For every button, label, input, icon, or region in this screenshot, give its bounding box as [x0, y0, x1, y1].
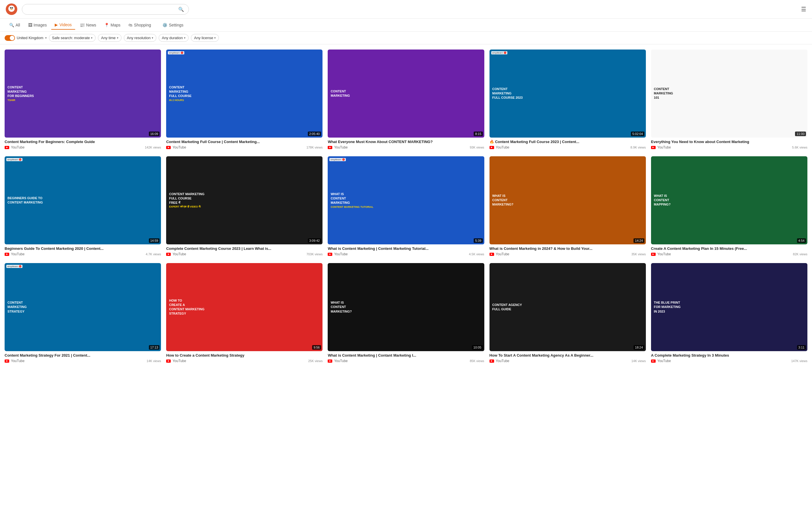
video-card[interactable]: CONTENTMARKETINGFOR BEGINNERS tshir 16:0… [5, 50, 161, 151]
video-source: YouTube [11, 252, 24, 256]
license-filter[interactable]: Any license ▾ [191, 34, 219, 42]
video-info: How To Start A Content Marketing Agency … [489, 351, 646, 365]
nav-videos-label: Videos [59, 22, 72, 27]
thumb-overlay: What isContentMapping? [651, 156, 807, 244]
svg-point-6 [12, 7, 13, 8]
video-title: How To Start A Content Marketing Agency … [489, 353, 646, 358]
toggle-switch-uk[interactable] [5, 35, 15, 41]
video-thumbnail: THE BLUE PRINTFOR MARKETINGIN 2023 3:11 [651, 263, 807, 351]
video-thumbnail: simplilearn 🔴 CONTENTMARKETINGFULL COURS… [166, 50, 323, 138]
video-meta: YouTube 85K views [328, 359, 484, 363]
region-toggle[interactable]: United Kingdom ▾ [5, 35, 47, 41]
video-source: YouTube [11, 145, 24, 149]
youtube-icon [5, 146, 9, 149]
video-card[interactable]: CONTENT AGENCYFULL GUIDE 18:24 How To St… [489, 263, 646, 365]
nav-all[interactable]: 🔍 All [6, 21, 24, 29]
video-info: Create A Content Marketing Plan In 15 Mi… [651, 244, 807, 258]
duration-filter[interactable]: Any duration ▾ [159, 34, 188, 42]
thumb-overlay: THE BLUE PRINTFOR MARKETINGIN 2023 [651, 263, 807, 351]
time-filter[interactable]: Any time ▾ [98, 34, 121, 42]
search-input[interactable]: content marketing [27, 7, 178, 12]
thumb-overlay: Content MarketingFull CourseFREE में Exp… [166, 156, 323, 244]
video-title: How to Create a Content Marketing Strate… [166, 353, 323, 358]
video-card[interactable]: What isContentMapping? 4:54 Create A Con… [651, 156, 807, 258]
video-source: YouTube [334, 145, 347, 149]
duration-badge: 5:39 [474, 238, 483, 243]
nav-images[interactable]: 🖼 Images [25, 21, 51, 29]
video-card[interactable]: simplilearn 🔴 CONTENTMARKETINGFULL COURS… [489, 50, 646, 151]
video-views: 5.6K views [792, 146, 807, 149]
youtube-icon [651, 359, 656, 363]
search-bar[interactable]: content marketing 🔍 [22, 4, 189, 15]
nav-news[interactable]: 📰 News [76, 21, 100, 29]
video-title: A Complete Marketing Strategy In 3 Minut… [651, 353, 807, 358]
resolution-filter[interactable]: Any resolution ▾ [124, 34, 156, 42]
video-card[interactable]: CONTENTMARKETING 8:15 What Everyone Must… [328, 50, 484, 151]
video-source: YouTube [657, 252, 671, 256]
nav-maps[interactable]: 📍 Maps [101, 21, 124, 29]
thumb-overlay: BEGINNERS GUIDE TOCONTENT MARKETING [5, 156, 161, 244]
thumb-overlay: CONTENTMARKETINGFOR BEGINNERS tshir [5, 50, 161, 138]
video-card[interactable]: simplilearn 🔴 CONTENTMARKETINGFULL COURS… [166, 50, 323, 151]
duration-badge: 2:05:40 [308, 132, 321, 136]
time-chevron: ▾ [117, 36, 118, 39]
youtube-icon [489, 359, 494, 363]
nav-settings[interactable]: ⚙️ Settings [159, 21, 187, 29]
video-card[interactable]: Content MarketingFull CourseFREE में Exp… [166, 156, 323, 258]
video-card[interactable]: simplilearn 🔴 CONTENTMARKETINGSTRATEGY 1… [5, 263, 161, 365]
hamburger-menu[interactable]: ☰ [801, 6, 806, 13]
region-chevron: ▾ [45, 36, 47, 39]
video-card[interactable]: simplilearn 🔴 WHAT ISCONTENTMARKETING Co… [328, 156, 484, 258]
video-thumbnail: simplilearn 🔴 CONTENTMARKETINGFULL COURS… [489, 50, 646, 138]
thumb-overlay: CONTENT AGENCYFULL GUIDE [489, 263, 646, 351]
video-meta: YouTube 703K views [166, 252, 323, 256]
duration-badge: 14:59 [149, 238, 160, 243]
license-chevron: ▾ [214, 36, 216, 39]
video-meta: YouTube 147K views [651, 359, 807, 363]
duration-badge: 3:11 [797, 345, 806, 350]
duckduckgo-logo[interactable] [6, 3, 17, 15]
nav-shopping[interactable]: 🛍 Shopping [125, 21, 154, 29]
video-title: 🔥 Content Marketing Full Course 2023 | C… [489, 139, 646, 145]
video-meta: YouTube 14K views [5, 359, 161, 363]
video-info: What is Content Marketing in 2024? & How… [489, 244, 646, 258]
video-card[interactable]: WHAT ISCONTENTMARKETING? 14:24 What is C… [489, 156, 646, 258]
duration-badge: 9:56 [312, 345, 321, 350]
duration-badge: 3:09:42 [308, 238, 321, 243]
duration-chevron: ▾ [184, 36, 185, 39]
video-meta: YouTube 142K views [5, 145, 161, 149]
resolution-label: Any resolution [127, 36, 151, 40]
video-source: YouTube [334, 252, 347, 256]
video-meta: YouTube 82K views [651, 252, 807, 256]
safe-search-filter[interactable]: Safe search: moderate ▾ [49, 34, 96, 42]
video-source: YouTube [657, 145, 671, 149]
video-title: What is Content Marketing in 2024? & How… [489, 246, 646, 251]
video-title: Beginners Guide To Content Marketing 202… [5, 246, 161, 251]
video-card[interactable]: How toCreate aContent MarketingStrategy … [166, 263, 323, 365]
video-card[interactable]: THE BLUE PRINTFOR MARKETINGIN 2023 3:11 … [651, 263, 807, 365]
nav-all-label: All [15, 23, 20, 27]
video-source: YouTube [172, 359, 186, 363]
video-card[interactable]: simplilearn 🔴 BEGINNERS GUIDE TOCONTENT … [5, 156, 161, 258]
video-meta: YouTube 4.7K views [5, 252, 161, 256]
duration-badge: 8:15 [474, 132, 483, 136]
duration-badge: 18:24 [634, 345, 644, 350]
video-source: YouTube [496, 359, 509, 363]
thumb-overlay: CONTENTMARKETINGFULL COURSE 2023 [489, 50, 646, 138]
time-label: Any time [101, 36, 116, 40]
news-icon: 📰 [80, 23, 85, 27]
video-card[interactable]: ContentMarketing101 11:00 Everything You… [651, 50, 807, 151]
thumb-overlay: CONTENTMARKETINGSTRATEGY [5, 263, 161, 351]
video-meta: YouTube 178K views [166, 145, 323, 149]
safe-search-chevron: ▾ [91, 36, 92, 39]
svg-point-5 [11, 7, 11, 8]
video-meta: YouTube 35K views [489, 252, 646, 256]
svg-point-7 [10, 9, 13, 10]
thumb-overlay: WHAT ISCONTENTMARKETING Content Marketin… [328, 156, 484, 244]
duration-badge: 17:13 [149, 345, 160, 350]
duration-badge: 11:00 [795, 132, 806, 136]
video-card[interactable]: WHAT ISCONTENTMARKETING? 10:05 What is C… [328, 263, 484, 365]
nav-videos[interactable]: ▶ Videos [51, 20, 75, 30]
thumb-overlay: WHAT ISCONTENTMARKETING? [489, 156, 646, 244]
search-button[interactable]: 🔍 [178, 7, 184, 12]
